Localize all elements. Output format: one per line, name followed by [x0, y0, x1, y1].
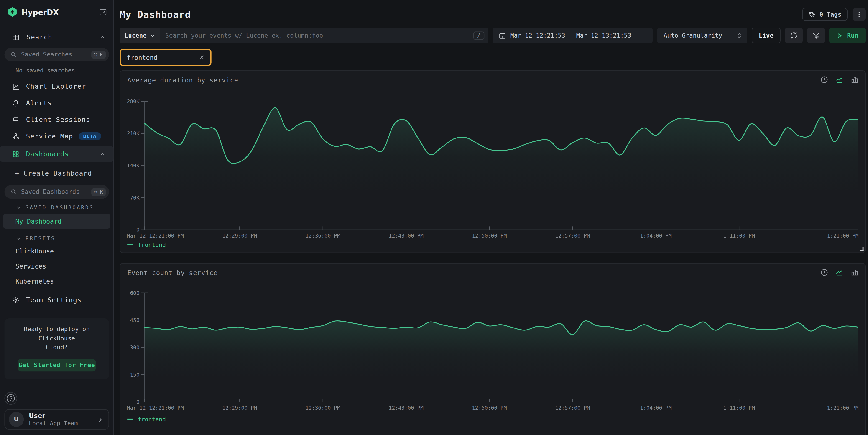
svg-text:280K: 280K: [127, 98, 140, 104]
table-icon: [12, 33, 19, 41]
shortcut-badge: ⌘ K: [91, 188, 106, 196]
refresh-button[interactable]: [785, 28, 803, 43]
panel-resize-handle[interactable]: [860, 247, 863, 251]
svg-text:Mar 12 12:21:00 PM: Mar 12 12:21:00 PM: [127, 405, 184, 411]
line-chart[interactable]: 280K210K140K70K0Mar 12 12:21:00 PM12:29:…: [127, 71, 859, 253]
svg-text:12:57:00 PM: 12:57:00 PM: [555, 405, 590, 411]
chart-panel-average-duration: Average duration by service 280K210K140K…: [120, 70, 866, 253]
get-started-button[interactable]: Get Started for Free: [18, 359, 96, 371]
sidebar-item-search[interactable]: Search: [0, 28, 114, 45]
sidebar-item-label: Client Sessions: [26, 116, 90, 123]
saved-dashboards-input[interactable]: Saved Dashboards ⌘ K: [4, 185, 109, 199]
no-saved-searches-text: No saved searches: [0, 61, 114, 75]
svg-text:12:50:00 PM: 12:50:00 PM: [472, 233, 507, 239]
sidebar-item-label: Chart Explorer: [26, 83, 86, 90]
sidebar-item-service-map[interactable]: Service Map BETA: [0, 128, 114, 145]
legend-series-label: frontend: [138, 416, 166, 423]
legend-swatch: [127, 244, 133, 246]
filter-chip-value: frontend: [127, 54, 158, 61]
sidebar-item-dashboards[interactable]: Dashboards: [0, 146, 114, 162]
svg-text:140K: 140K: [127, 163, 140, 168]
event-search-bar: Lucene /: [120, 28, 488, 43]
sidebar-item-label: Dashboards: [26, 150, 69, 158]
legend-swatch: [127, 418, 133, 420]
line-chart[interactable]: 6004503001500Mar 12 12:21:00 PM12:29:00 …: [127, 263, 859, 435]
svg-text:450: 450: [130, 317, 140, 323]
svg-text:1:21:00 PM: 1:21:00 PM: [827, 233, 859, 239]
service-filter-chip[interactable]: frontend: [120, 49, 212, 66]
main-content: My Dashboard 0 Tags Lucene: [114, 0, 868, 435]
page-title: My Dashboard: [120, 9, 191, 20]
clickhouse-cloud-promo: Ready to deploy on ClickHouse Cloud? Get…: [4, 318, 109, 379]
svg-text:12:36:00 PM: 12:36:00 PM: [306, 233, 340, 239]
sidebar-item-label: Service Map: [26, 132, 73, 140]
granularity-select[interactable]: Auto Granularity: [657, 28, 747, 43]
chart-legend[interactable]: frontend: [127, 416, 166, 423]
user-name: User: [29, 412, 97, 420]
dashboard-menu-button[interactable]: [852, 8, 866, 21]
svg-text:1:04:00 PM: 1:04:00 PM: [640, 233, 672, 239]
svg-text:1:11:00 PM: 1:11:00 PM: [723, 405, 755, 411]
create-dashboard-button[interactable]: + Create Dashboard: [0, 163, 114, 183]
svg-text:210K: 210K: [127, 130, 140, 136]
sidebar-item-alerts[interactable]: Alerts: [0, 95, 114, 112]
sidebar-bottom: U User Local App Team: [0, 392, 114, 435]
chevron-up-icon: [100, 151, 106, 157]
bell-icon: [12, 99, 19, 106]
time-range-value: Mar 12 12:21:53 - Mar 12 13:21:53: [510, 32, 631, 39]
sidebar-item-client-sessions[interactable]: Client Sessions: [0, 112, 114, 128]
svg-text:0: 0: [136, 399, 140, 405]
svg-text:12:57:00 PM: 12:57:00 PM: [555, 233, 590, 239]
svg-text:1:04:00 PM: 1:04:00 PM: [640, 405, 672, 411]
sidebar-item-my-dashboard[interactable]: My Dashboard: [3, 214, 110, 229]
saved-searches-placeholder: Saved Searches: [21, 51, 91, 58]
run-button[interactable]: Run: [829, 28, 866, 43]
shortcut-badge: ⌘ K: [91, 51, 106, 58]
close-icon[interactable]: [199, 54, 205, 60]
beta-badge: BETA: [79, 132, 101, 140]
user-menu[interactable]: U User Local App Team: [4, 409, 109, 430]
sidebar-item-label: Search: [27, 33, 100, 41]
tags-button[interactable]: 0 Tags: [802, 8, 847, 21]
chart-explorer-icon: [12, 83, 19, 90]
hyperdx-app: HyperDX Search Saved Searches ⌘ K No sav…: [0, 0, 868, 435]
app-logo-text: HyperDX: [22, 7, 99, 17]
help-button[interactable]: [4, 392, 17, 405]
promo-text-line2: Cloud?: [10, 343, 103, 352]
svg-text:1:21:00 PM: 1:21:00 PM: [827, 405, 859, 411]
chevron-right-icon: [97, 416, 103, 423]
svg-text:600: 600: [130, 290, 140, 296]
query-language-select[interactable]: Lucene: [120, 28, 160, 43]
svg-text:1:11:00 PM: 1:11:00 PM: [723, 233, 755, 239]
slash-shortcut-badge: /: [473, 31, 484, 39]
sidebar-item-services[interactable]: Services: [0, 258, 114, 274]
user-team: Local App Team: [29, 420, 97, 427]
svg-text:12:50:00 PM: 12:50:00 PM: [472, 405, 507, 411]
sidebar-item-kubernetes[interactable]: Kubernetes: [0, 274, 114, 288]
saved-dashboards-placeholder: Saved Dashboards: [21, 188, 91, 196]
filter-button[interactable]: [807, 28, 825, 43]
sidebar-item-clickhouse[interactable]: ClickHouse: [0, 244, 114, 259]
svg-text:12:36:00 PM: 12:36:00 PM: [306, 405, 340, 411]
saved-searches-input[interactable]: Saved Searches ⌘ K: [4, 48, 109, 61]
svg-text:0: 0: [136, 227, 140, 233]
time-range-picker[interactable]: Mar 12 12:21:53 - Mar 12 13:21:53: [493, 28, 653, 43]
select-chevrons-icon: [736, 32, 742, 39]
svg-text:12:29:00 PM: 12:29:00 PM: [222, 233, 257, 239]
section-saved-dashboards[interactable]: SAVED DASHBOARDS: [0, 199, 114, 213]
search-icon: [10, 189, 17, 195]
live-button[interactable]: Live: [752, 28, 781, 43]
granularity-value: Auto Granularity: [663, 32, 722, 39]
sidebar-collapse-icon[interactable]: [99, 8, 107, 16]
svg-text:12:43:00 PM: 12:43:00 PM: [389, 233, 424, 239]
section-presets[interactable]: PRESETS: [0, 230, 114, 244]
hyperdx-logo-icon: [7, 7, 18, 17]
sidebar-item-label: Alerts: [26, 99, 52, 107]
chevron-up-icon: [100, 34, 106, 40]
chevron-down-icon: [150, 33, 155, 38]
search-input[interactable]: [160, 28, 473, 43]
chart-legend[interactable]: frontend: [127, 241, 166, 248]
sidebar-item-team-settings[interactable]: Team Settings: [0, 292, 114, 308]
chart-panel-event-count: Event count by service 6004503001500Mar …: [120, 263, 866, 435]
sidebar-item-chart-explorer[interactable]: Chart Explorer: [0, 78, 114, 95]
